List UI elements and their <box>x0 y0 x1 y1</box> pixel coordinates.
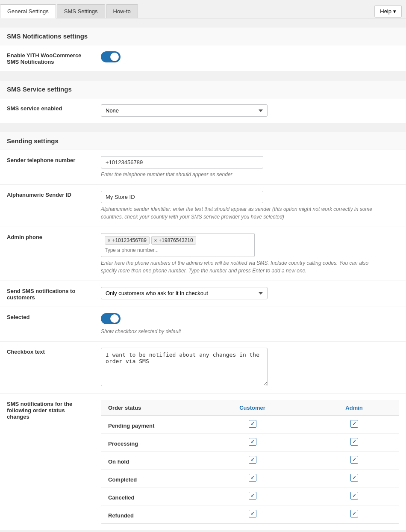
selected-cell: Show checkbox selected by default <box>94 307 406 342</box>
order-status-data-row: Refunded <box>101 505 399 523</box>
sender-id-cell: Alphanumeric sender identifier: enter th… <box>94 185 406 227</box>
enable-sms-toggle-cell <box>94 45 406 71</box>
order-status-name: Completed <box>101 470 195 488</box>
sender-phone-label: Sender telephone number <box>0 150 94 185</box>
col-admin: Admin <box>309 400 399 416</box>
order-status-header-row: Order status Customer Admin <box>101 400 399 416</box>
checkbox-text-cell: I want to be notified about any changes … <box>94 342 406 394</box>
admin-checkbox-5[interactable] <box>350 510 358 517</box>
order-status-table-cell: Order status Customer Admin Pending paym… <box>94 394 406 530</box>
order-status-customer-check <box>195 434 309 452</box>
col-order-status: Order status <box>101 400 195 416</box>
send-sms-customers-row: Send SMS notifications to customers Only… <box>0 281 406 307</box>
customer-checkbox-0[interactable] <box>249 420 256 428</box>
customer-checkbox-2[interactable] <box>249 456 256 464</box>
sender-id-input[interactable] <box>101 191 263 203</box>
admin-checkbox-4[interactable] <box>350 492 358 499</box>
admin-phone-tag-2: × +19876543210 <box>151 236 196 245</box>
order-status-name: Processing <box>101 434 195 452</box>
tag-label-1: +10123456789 <box>112 237 146 243</box>
order-status-data-row: Processing <box>101 434 399 452</box>
admin-checkbox-2[interactable] <box>350 456 358 464</box>
sender-id-label: Alphanumeric Sender ID <box>0 185 94 227</box>
order-status-customer-check <box>195 416 309 434</box>
enable-sms-label: Enable YITH WooCommerce SMS Notification… <box>0 45 94 71</box>
order-table-wrapper: Order status Customer Admin Pending paym… <box>101 400 399 524</box>
admin-phone-tags-row: × +10123456789 × +19876543210 <box>105 236 251 245</box>
selected-row: Selected Show checkbox selected by defau… <box>0 307 406 342</box>
order-status-customer-check <box>195 505 309 523</box>
admin-phone-input[interactable] <box>105 246 165 254</box>
order-status-table: Order status Customer Admin Pending paym… <box>101 400 399 523</box>
order-status-name: On hold <box>101 452 195 470</box>
chevron-down-icon: ▾ <box>393 8 396 15</box>
admin-phone-tag-1: × +10123456789 <box>105 236 150 245</box>
order-status-admin-check <box>309 470 399 488</box>
admin-phone-hint: Enter here the phone numbers of the admi… <box>101 259 383 275</box>
sms-service-row: SMS service enabled None Twilio Nexmo Pl… <box>0 98 406 123</box>
admin-phone-label: Admin phone <box>0 227 94 281</box>
checkbox-text-label: Checkbox text <box>0 342 94 394</box>
order-status-admin-check <box>309 416 399 434</box>
sending-table: Sender telephone number Enter the teleph… <box>0 150 406 530</box>
customer-checkbox-1[interactable] <box>249 438 256 446</box>
tag-remove-2[interactable]: × <box>154 238 157 243</box>
order-status-name: Pending payment <box>101 416 195 434</box>
toggle-track <box>101 51 121 62</box>
sms-service-select-cell: None Twilio Nexmo Plivo <box>94 98 406 123</box>
order-status-data-row: Cancelled <box>101 488 399 505</box>
order-status-customer-check <box>195 470 309 488</box>
sms-service-select[interactable]: None Twilio Nexmo Plivo <box>101 104 268 117</box>
send-sms-customers-label: Send SMS notifications to customers <box>0 281 94 307</box>
tag-remove-1[interactable]: × <box>108 238 110 243</box>
tabs-bar: General Settings SMS Settings How-to Hel… <box>0 4 406 18</box>
sender-phone-hint: Enter the telephone number that should a… <box>101 171 383 178</box>
help-button[interactable]: Help ▾ <box>374 5 402 18</box>
admin-phone-cell: × +10123456789 × +19876543210 Enter here… <box>94 227 406 281</box>
order-status-name: Cancelled <box>101 488 195 505</box>
customer-checkbox-3[interactable] <box>249 474 256 482</box>
order-status-data-row: Pending payment <box>101 416 399 434</box>
order-status-name: Refunded <box>101 505 195 523</box>
order-status-data-row: Completed <box>101 470 399 488</box>
checkbox-text-row: Checkbox text I want to be notified abou… <box>0 342 406 394</box>
sender-id-row: Alphanumeric Sender ID Alphanumeric send… <box>0 185 406 227</box>
order-status-data-row: On hold <box>101 452 399 470</box>
sender-phone-input[interactable] <box>101 156 263 168</box>
col-customer: Customer <box>195 400 309 416</box>
sms-service-label: SMS service enabled <box>0 98 94 123</box>
customer-checkbox-5[interactable] <box>249 510 256 517</box>
admin-checkbox-0[interactable] <box>350 420 358 428</box>
sms-service-table: SMS service enabled None Twilio Nexmo Pl… <box>0 98 406 123</box>
customer-checkbox-4[interactable] <box>249 492 256 499</box>
tab-sms-settings[interactable]: SMS Settings <box>57 4 105 18</box>
selected-toggle-thumb <box>110 314 119 323</box>
order-status-customer-check <box>195 488 309 505</box>
sms-service-section-header: SMS Service settings <box>0 80 406 98</box>
order-status-admin-check <box>309 488 399 505</box>
sender-phone-cell: Enter the telephone number that should a… <box>94 150 406 185</box>
tab-how-to[interactable]: How-to <box>106 4 138 18</box>
order-status-customer-check <box>195 452 309 470</box>
send-sms-customers-select[interactable]: Only customers who ask for it in checkou… <box>101 287 268 299</box>
selected-toggle[interactable] <box>101 313 121 324</box>
admin-checkbox-1[interactable] <box>350 438 358 446</box>
sending-section-header: Sending settings <box>0 132 406 150</box>
order-status-admin-check <box>309 505 399 523</box>
order-status-row: SMS notifications for the following orde… <box>0 394 406 530</box>
order-status-admin-check <box>309 434 399 452</box>
toggle-thumb <box>110 53 119 61</box>
selected-hint: Show checkbox selected by default <box>101 328 383 335</box>
admin-phone-tags-container[interactable]: × +10123456789 × +19876543210 <box>101 233 255 257</box>
enable-sms-row: Enable YITH WooCommerce SMS Notification… <box>0 45 406 71</box>
tag-label-2: +19876543210 <box>159 237 193 243</box>
tabs-left: General Settings SMS Settings How-to <box>0 4 139 18</box>
tab-general-settings[interactable]: General Settings <box>0 4 56 18</box>
admin-checkbox-3[interactable] <box>350 474 358 482</box>
order-status-label: SMS notifications for the following orde… <box>0 394 94 530</box>
send-sms-customers-cell: Only customers who ask for it in checkou… <box>94 281 406 307</box>
selected-toggle-track <box>101 313 121 324</box>
sms-notifications-section-header: SMS Notifications settings <box>0 27 406 45</box>
checkbox-text-input[interactable]: I want to be notified about any changes … <box>101 348 268 386</box>
enable-sms-toggle[interactable] <box>101 51 121 62</box>
